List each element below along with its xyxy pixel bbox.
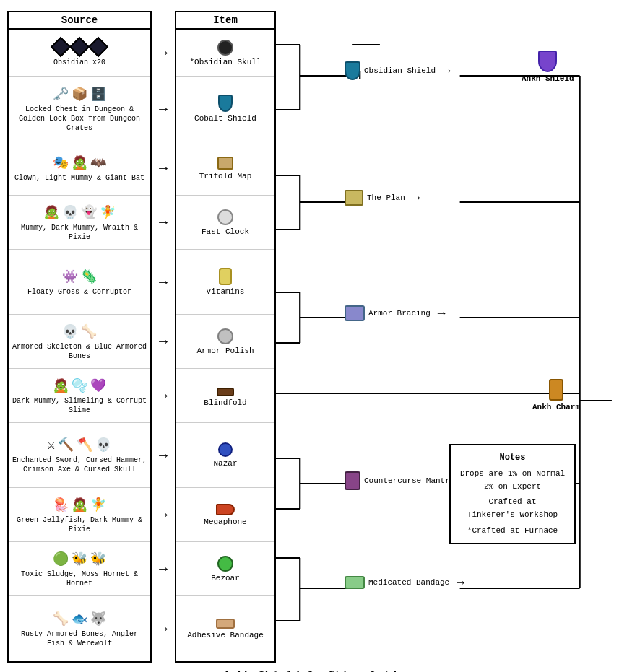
vitamins-icon (219, 268, 232, 285)
ankh-charm-item-icon (549, 379, 563, 401)
arrow-row-5: → (159, 250, 168, 315)
item-label-megaphone: Megaphone (204, 518, 246, 526)
source-label-obsidian: Obsidian x20 (53, 58, 105, 67)
item-row-megaphone: Megaphone (176, 488, 274, 542)
the-plan-arrow: → (412, 191, 420, 205)
cursed-skull-icon: 💀 (95, 437, 111, 453)
crimson-axe-icon: 🪓 (77, 437, 92, 453)
item-row-armor-polish: Armor Polish (176, 315, 274, 369)
arrow-icon-6: → (159, 333, 168, 350)
the-plan-item: The Plan → (345, 190, 420, 206)
item-row-vitamins: Vitamins (176, 250, 274, 315)
armor-bracing-item-icon (345, 305, 365, 321)
ankh-shield-item-icon (538, 51, 557, 72)
cobalt-shield-icon (218, 95, 233, 112)
obsidian-icon (51, 37, 71, 57)
medicated-bandage-item: Medicated Bandage → (345, 575, 464, 590)
corrupt-slime-icon: 💜 (90, 378, 106, 393)
armor-bracing-item: Armor Bracing → (345, 305, 446, 321)
source-row-toxic: 🟢 🐝 🐝 Toxic Sludge, Moss Hornet & Hornet (9, 542, 150, 596)
mummy-icon: 🧟 (43, 204, 59, 220)
source-icons-enchanted-sword: ⚔️ 🔨 🪓 💀 (47, 436, 113, 453)
source-icons-dark-mummy: 🧟 🫧 💜 (52, 377, 107, 394)
arrow-row-4: → (159, 196, 168, 250)
source-icons-rusty: 🦴 🐟 🐺 (52, 610, 107, 627)
source-row-chest: 🗝️ 📦 🗄️ Locked Chest in Dungeon & Golden… (9, 77, 150, 141)
source-column: Source Obsidian x20 🗝️ 📦 🗄️ Locked Chest… (7, 11, 152, 663)
item-row-nazar: Nazar (176, 423, 274, 488)
source-row-jellyfish: 🪼 🧟 🧚 Green Jellyfish, Dark Mummy & Pixi… (9, 488, 150, 542)
source-label-armored-skeleton: Armored Skeleton & Blue Armored Bones (12, 342, 147, 361)
notes-line1: Drops are 1% on Normal (458, 468, 567, 481)
countercurse-mantra-label: Countercurse Mantra (364, 476, 454, 485)
arrow-icon-5: → (159, 274, 168, 291)
light-mummy-icon: 🧟 (72, 154, 87, 170)
source-label-jellyfish: Green Jellyfish, Dark Mummy & Pixie (12, 515, 147, 534)
chest-icon1: 🗝️ (53, 86, 69, 102)
arrow-row-6: → (159, 315, 168, 369)
source-icons-armored-skeleton: 💀 🦴 (61, 323, 98, 340)
giant-bat-icon: 🦇 (90, 154, 106, 170)
pixie2-icon: 🧚 (90, 497, 106, 512)
armored-skeleton-icon: 💀 (62, 323, 78, 339)
arrow-icon-9: → (159, 507, 168, 523)
obsidian-shield-item-icon (345, 61, 360, 80)
obsidian-icon3 (88, 37, 108, 57)
notes-line4: Tinkerer's Workshop (458, 509, 567, 522)
source-icons-obsidian (52, 38, 107, 56)
arrow-icon-11: → (159, 621, 168, 637)
ankh-shield-label: Ankh Shield (522, 74, 574, 83)
adhesive-bandage-icon (216, 619, 235, 629)
blue-armored-bones-icon: 🦴 (81, 323, 97, 339)
item-row-blindfold: Blindfold (176, 369, 274, 423)
notes-box: Notes Drops are 1% on Normal 2% on Exper… (449, 444, 576, 544)
arrow-icon-8: → (159, 448, 168, 464)
source-row-armored-skeleton: 💀 🦴 Armored Skeleton & Blue Armored Bone… (9, 315, 150, 369)
pixie-icon: 🧚 (100, 204, 116, 220)
item-label-fast-clock: Fast Clock (202, 227, 249, 236)
item-label-cobalt-shield: Cobalt Shield (194, 114, 256, 123)
source-row-mummy: 🧟 💀 👻 🧚 Mummy, Dark Mummy, Wraith & Pixi… (9, 196, 150, 250)
megaphone-icon (216, 504, 235, 515)
guide-layout: Source Obsidian x20 🗝️ 📦 🗄️ Locked Chest… (7, 11, 620, 663)
arrow-icon-2: → (159, 101, 168, 118)
connectors-svg (276, 11, 620, 660)
cursed-hammer-icon: 🔨 (58, 437, 74, 453)
item-label-bezoar: Bezoar (211, 574, 240, 582)
bezoar-icon (217, 556, 233, 572)
source-icons-chest: 🗝️ 📦 🗄️ (52, 85, 107, 102)
source-label-rusty: Rusty Armored Bones, Angler Fish & Werew… (12, 629, 147, 648)
item-row-obsidian-skull: *Obsidian Skull (176, 30, 274, 77)
floaty-icon: 👾 (62, 269, 78, 284)
wraith-icon: 👻 (81, 204, 97, 220)
arrow-icon-4: → (159, 214, 168, 231)
corruptor-icon: 🦠 (81, 269, 97, 284)
main-container: Source Obsidian x20 🗝️ 📦 🗄️ Locked Chest… (0, 0, 627, 672)
item-header: Item (176, 12, 274, 30)
werewolf-icon: 🐺 (90, 611, 106, 627)
item-row-cobalt-shield: Cobalt Shield (176, 77, 274, 141)
source-label-toxic: Toxic Sludge, Moss Hornet & Hornet (12, 570, 147, 588)
item-label-obsidian-skull: *Obsidian Skull (189, 58, 261, 66)
notes-line5: *Crafted at Furnace (458, 525, 567, 538)
chest-icon3: 🗄️ (90, 86, 106, 102)
green-jellyfish-icon: 🪼 (53, 497, 69, 512)
ankh-charm-label: Ankh Charm (532, 403, 580, 411)
item-row-trifold-map: Trifold Map (176, 141, 274, 196)
source-label-enchanted-sword: Enchanted Sword, Cursed Hammer, Crimson … (12, 455, 147, 474)
blindfold-icon (217, 388, 234, 396)
arrow-row-3: → (159, 141, 168, 196)
chest-icon2: 📦 (72, 86, 87, 102)
arrow-row-10: → (159, 542, 168, 596)
arrow-column: → → → → → → → → → → → (152, 11, 175, 661)
fast-clock-icon (217, 209, 233, 225)
arrow-row-2: → (159, 77, 168, 141)
source-label-floaty: Floaty Gross & Corruptor (27, 287, 131, 297)
medicated-bandage-item-icon (345, 576, 365, 589)
obsidian-shield-arrow: → (443, 64, 451, 78)
right-section: Obsidian Shield → Ankh Shield The Plan →… (276, 11, 620, 660)
ankh-charm-item: Ankh Charm (532, 379, 580, 411)
item-label-adhesive-bandage: Adhesive Bandage (187, 631, 264, 640)
armor-polish-icon (217, 328, 233, 344)
source-label-mummy: Mummy, Dark Mummy, Wraith & Pixie (12, 223, 147, 242)
